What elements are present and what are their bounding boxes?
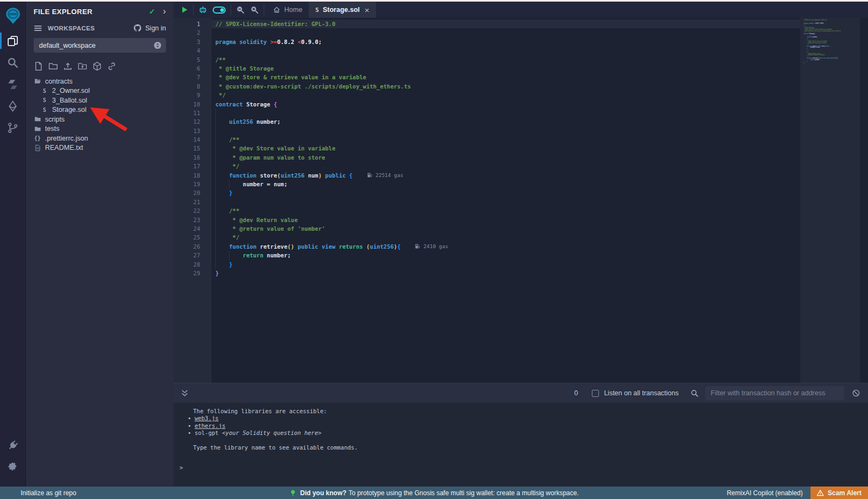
- transaction-filter-input[interactable]: [705, 386, 844, 400]
- upload-folder-icon[interactable]: [78, 61, 87, 71]
- token: public: [325, 171, 346, 180]
- code-line-29: 29}: [174, 269, 800, 277]
- new-file-icon[interactable]: [34, 61, 43, 71]
- search-icon: [691, 389, 699, 397]
- activity-bar-item-solidity-compiler[interactable]: [0, 73, 26, 95]
- run-script-button[interactable]: [178, 2, 191, 18]
- folder-icon: [34, 125, 41, 132]
- deploy-and-run-icon: [7, 100, 18, 112]
- token: /**: [229, 206, 239, 215]
- activity-bar-item-deploy-and-run[interactable]: [0, 95, 26, 117]
- tab-storage-sol[interactable]: SStorage.sol×: [309, 2, 375, 18]
- tree-item-contracts[interactable]: contracts: [26, 77, 174, 86]
- code-line-content: [212, 109, 800, 117]
- indent-guide: [229, 180, 242, 188]
- code-line-content: [212, 28, 800, 37]
- zoom-in-icon[interactable]: [247, 2, 261, 18]
- gas-pump-icon: [414, 243, 420, 249]
- close-tab-icon[interactable]: ×: [365, 5, 369, 15]
- new-folder-icon[interactable]: [48, 61, 58, 71]
- library-link[interactable]: web3.js: [195, 415, 219, 421]
- tree-item-label: .prettierrc.json: [45, 135, 88, 142]
- editor-minimap[interactable]: // SPDX-License-Identifier: GPL-3.0pragm…: [800, 18, 860, 383]
- listen-all-transactions-checkbox[interactable]: [592, 390, 599, 397]
- toolbar-divider: [264, 4, 264, 15]
- indent-guide: [215, 251, 229, 260]
- collapse-terminal-icon[interactable]: [180, 389, 189, 398]
- code-line-7: 7 * @dev Store & retrieve value in a var…: [174, 73, 800, 81]
- code-line-20: 20 }: [174, 188, 800, 197]
- token: uint256: [370, 242, 394, 251]
- activity-bar-item-settings[interactable]: [0, 456, 26, 478]
- terminal-text-line: Type the library name to see available c…: [193, 444, 868, 451]
- json-icon: {}: [34, 135, 41, 142]
- activity-bar-item-file-explorer[interactable]: [0, 30, 26, 52]
- scam-alert-button[interactable]: Scam Alert: [810, 487, 868, 499]
- code-line-content: * @dev Return value: [212, 216, 800, 224]
- warning-triangle-icon: [816, 489, 824, 497]
- code-line-content: function retrieve() public view returns …: [212, 242, 800, 251]
- code-line-content: * @return value of 'number': [212, 224, 800, 233]
- check-icon[interactable]: ✓: [149, 7, 156, 16]
- gas-pump-icon: [367, 172, 373, 178]
- sign-in-button[interactable]: Sign in: [133, 23, 166, 33]
- tree-item-2-owner-sol[interactable]: S2_Owner.sol: [26, 86, 174, 96]
- token: ;: [318, 37, 322, 46]
- tree-item-label: README.txt: [45, 144, 83, 151]
- ai-copilot-robot-icon[interactable]: [196, 2, 210, 18]
- solidity-icon: S: [315, 7, 319, 14]
- activity-bar-item-git[interactable]: [0, 117, 26, 138]
- hamburger-menu-icon[interactable]: [34, 24, 42, 33]
- terminal-output[interactable]: The following libraries are accessible:•…: [174, 403, 868, 487]
- tree-item-3-ballot-sol[interactable]: S3_Ballot.sol: [26, 96, 174, 105]
- token: view: [322, 242, 335, 251]
- code-line-content: pragma solidity >=0.8.2 <0.9.0;: [212, 37, 800, 46]
- line-number: 14: [174, 135, 212, 144]
- code-line-content: }: [212, 269, 800, 277]
- terminal-text-line: The following libraries are accessible:: [193, 408, 868, 415]
- tab-home[interactable]: Home: [266, 2, 309, 18]
- clear-filter-icon[interactable]: [852, 389, 860, 397]
- terminal-bullet-line: • web3.js: [188, 415, 868, 422]
- copilot-toggle[interactable]: [210, 2, 228, 18]
- chevron-right-icon[interactable]: ›: [163, 9, 166, 14]
- cube-icon[interactable]: [92, 61, 102, 71]
- code-line-13: 13: [174, 127, 800, 135]
- library-link[interactable]: ethers.js: [195, 422, 226, 429]
- tree-item-readme-txt[interactable]: README.txt: [26, 143, 174, 153]
- code-editor[interactable]: // SPDX-License-Identifier: GPL-3.0pragm…: [174, 18, 868, 383]
- home-icon: [273, 6, 280, 14]
- indent-guide: [215, 188, 229, 197]
- remix-logo[interactable]: [0, 2, 26, 30]
- line-number: 15: [174, 144, 212, 153]
- token: number;: [253, 117, 281, 126]
- tree-item-tests[interactable]: tests: [26, 124, 174, 134]
- activity-bar-item-search[interactable]: [0, 52, 26, 73]
- status-bar: Initialize as git repo Did you know?To p…: [0, 487, 868, 499]
- code-line-1: 1// SPDX-License-Identifier: GPL-3.0: [174, 20, 800, 28]
- tree-item-storage-sol[interactable]: SStorage.sol: [26, 105, 174, 115]
- code-line-8: 8 * @custom:dev-run-script ./scripts/dep…: [174, 82, 800, 91]
- editor-column: HomeSStorage.sol× // SPDX-License-Identi…: [174, 2, 868, 383]
- activity-bar-item-plugin-manager[interactable]: [0, 434, 26, 456]
- workspace-select[interactable]: default_workspace: [34, 38, 166, 53]
- link-icon[interactable]: [107, 61, 117, 71]
- code-line-27: 27 return number;: [174, 251, 800, 260]
- tree-item-scripts[interactable]: scripts: [26, 115, 174, 124]
- tree-item--prettierrc-json[interactable]: {}.prettierrc.json: [26, 134, 174, 143]
- line-number: 8: [174, 82, 212, 91]
- zoom-out-icon[interactable]: [233, 2, 247, 18]
- remixai-copilot-status[interactable]: RemixAI Copilot (enabled): [727, 489, 803, 497]
- code-line-content: * @dev Store value in variable: [212, 144, 800, 153]
- token: contract: [215, 100, 243, 109]
- token: public: [298, 242, 318, 251]
- code-line-content: return number;: [212, 251, 800, 260]
- token: solidity: [239, 37, 267, 46]
- line-number: 3: [174, 37, 212, 46]
- upload-file-icon[interactable]: [63, 61, 73, 71]
- sort-arrows-icon: [154, 41, 162, 49]
- terminal-prompt[interactable]: >: [180, 464, 183, 471]
- workspaces-label: WORKSPACES: [48, 25, 133, 31]
- init-git-repo-button[interactable]: Initialize as git repo: [21, 489, 76, 497]
- token: uint256: [280, 171, 304, 180]
